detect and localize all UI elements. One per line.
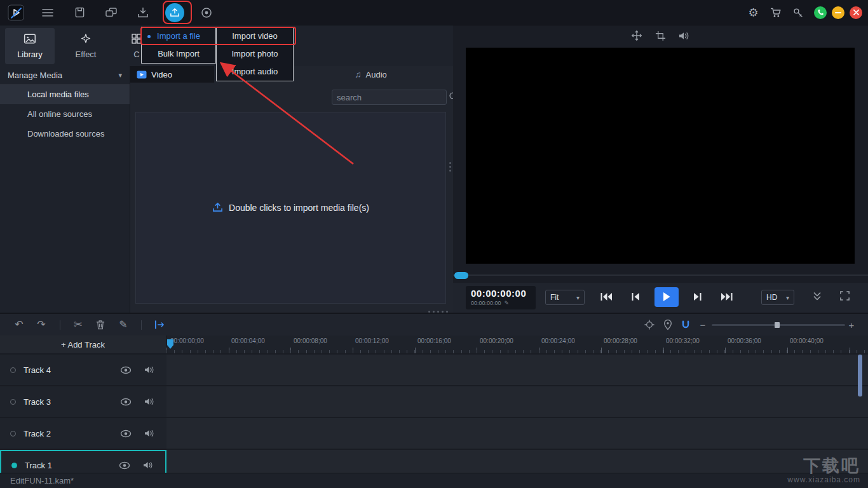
settings-button[interactable]: ⚙ — [742, 0, 764, 25]
quality-select-value: HD — [766, 293, 777, 302]
double-chevron-down-icon — [812, 291, 822, 301]
track-header[interactable]: Track 2 — [0, 418, 166, 449]
play-button[interactable] — [654, 287, 679, 307]
track-header[interactable]: Track 4 — [0, 355, 166, 385]
undo-icon: ↶ — [15, 320, 23, 330]
track-color-dot — [11, 463, 17, 468]
fit-select[interactable]: Fit ▾ — [545, 290, 585, 305]
goto-end-button[interactable] — [717, 287, 737, 307]
timecode-display[interactable]: 00:00:00:00 00:00:00:00 ✎ — [466, 286, 536, 309]
chevron-down-icon: ▾ — [786, 294, 789, 301]
track-lane[interactable] — [166, 355, 868, 385]
import-button[interactable] — [159, 0, 191, 25]
undo-button[interactable]: ↶ — [15, 320, 23, 330]
delete-button[interactable] — [96, 320, 105, 330]
trash-icon — [96, 320, 105, 330]
timeline-ruler[interactable]: 00:00:00;00 00:00:04;00 00:00:08;00 00:0… — [166, 336, 868, 353]
screens-button[interactable] — [95, 0, 127, 25]
marker-button[interactable] — [663, 320, 672, 330]
playhead[interactable] — [167, 339, 173, 349]
login-button[interactable] — [787, 0, 809, 25]
download-icon — [137, 7, 149, 18]
visibility-toggle[interactable] — [120, 397, 132, 406]
preview-screen[interactable] — [466, 48, 855, 264]
zoom-out-button[interactable]: − — [700, 320, 706, 330]
track-header[interactable]: Track 3 — [0, 386, 166, 417]
fullscreen-button[interactable] — [839, 290, 850, 304]
close-button[interactable] — [850, 6, 862, 19]
seek-handle[interactable] — [454, 272, 468, 279]
track-lane[interactable] — [166, 418, 868, 449]
sidebar-item-online-sources[interactable]: All online sources — [0, 104, 130, 124]
prev-frame-button[interactable] — [625, 287, 646, 307]
ruler-label: 00:00:28;00 — [604, 337, 637, 344]
search-input[interactable] — [337, 93, 449, 102]
timecode-total: 00:00:00:00 — [471, 299, 501, 307]
ripple-insert-button[interactable] — [154, 320, 165, 330]
quality-select[interactable]: HD ▾ — [761, 290, 794, 305]
sidebar-item-local-media[interactable]: Local media files — [0, 85, 130, 104]
panel-resize-handle-vertical[interactable] — [449, 160, 451, 173]
volume-icon[interactable] — [679, 30, 690, 41]
tab-audio[interactable]: ♫ Audio — [348, 66, 453, 83]
playback-controls: 00:00:00:00 00:00:00:00 ✎ Fit ▾ — [453, 283, 868, 313]
zoom-in-button[interactable]: + — [849, 320, 855, 330]
track-row: Track 1 — [0, 450, 868, 473]
motion-tracking-icon — [644, 320, 655, 330]
menu-item-bulk-import[interactable]: Bulk Import — [142, 45, 215, 63]
panel-resize-handle-horizontal[interactable] — [427, 311, 449, 313]
app-logo[interactable] — [0, 0, 32, 25]
goto-start-icon — [600, 292, 613, 301]
import-icon — [165, 3, 184, 22]
menu-item-import-a-file[interactable]: Import a file — [142, 27, 215, 45]
edit-button[interactable]: ✎ — [119, 320, 127, 330]
empty-hint-text: Double clicks to import media file(s) — [229, 203, 369, 213]
search-box — [332, 90, 447, 105]
main-menu-button[interactable] — [32, 0, 64, 25]
manage-media-dropdown[interactable]: Manage Media ▾ — [0, 66, 130, 85]
minimize-button[interactable] — [832, 6, 844, 19]
whatsapp-button[interactable] — [814, 6, 827, 19]
visibility-toggle[interactable] — [120, 429, 132, 438]
next-frame-button[interactable] — [688, 287, 708, 307]
track-lane[interactable] — [166, 450, 868, 473]
speaker-icon — [143, 461, 154, 470]
zoom-slider[interactable] — [712, 324, 845, 326]
menu-item-import-photo[interactable]: Import photo — [217, 45, 293, 63]
snap-button[interactable] — [681, 320, 691, 330]
menu-item-import-audio[interactable]: Import audio — [217, 63, 293, 81]
sidebar-item-downloaded-sources[interactable]: Downloaded sources — [0, 124, 130, 144]
fit-select-value: Fit — [550, 293, 559, 302]
tab-video[interactable]: Video — [130, 66, 214, 83]
goto-start-button[interactable] — [596, 287, 616, 307]
zoom-slider-handle[interactable] — [775, 322, 780, 328]
pencil-icon: ✎ — [119, 320, 127, 330]
hamburger-icon — [42, 8, 53, 17]
collapse-button[interactable] — [812, 291, 822, 304]
crop-tool-icon[interactable] — [655, 30, 666, 41]
seekbar[interactable] — [453, 271, 868, 280]
redo-button[interactable]: ↷ — [37, 320, 45, 330]
timeline-vertical-scrollbar[interactable] — [858, 355, 862, 396]
record-button[interactable] — [191, 0, 222, 25]
save-button[interactable] — [64, 0, 95, 25]
tab-effect[interactable]: Effect — [67, 28, 104, 64]
visibility-toggle[interactable] — [119, 461, 130, 470]
play-icon — [663, 292, 670, 301]
mute-toggle[interactable] — [144, 397, 155, 406]
mute-toggle[interactable] — [143, 461, 154, 470]
move-tool-icon[interactable] — [631, 30, 642, 41]
store-button[interactable] — [764, 0, 787, 25]
add-track-button[interactable]: + Add Track — [0, 336, 166, 353]
track-header[interactable]: Track 1 — [0, 450, 166, 473]
media-drop-area[interactable]: Double clicks to import media file(s) — [135, 112, 446, 304]
cut-button[interactable]: ✂ — [74, 320, 82, 330]
mute-toggle[interactable] — [144, 429, 155, 438]
visibility-toggle[interactable] — [120, 365, 132, 374]
download-button[interactable] — [127, 0, 159, 25]
motion-tracking-button[interactable] — [644, 320, 655, 330]
track-lane[interactable] — [166, 386, 868, 417]
menu-item-import-video[interactable]: Import video — [217, 27, 293, 45]
mute-toggle[interactable] — [144, 365, 155, 374]
tab-library[interactable]: Library — [5, 28, 55, 64]
